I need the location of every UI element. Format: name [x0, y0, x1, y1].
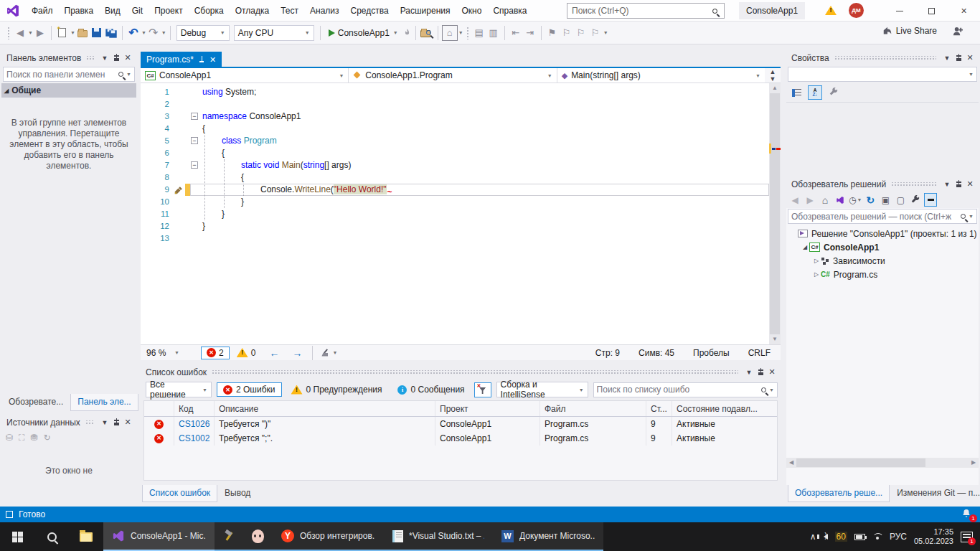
menu-item-12[interactable]: Справка	[487, 6, 532, 16]
wrench-icon[interactable]	[826, 85, 841, 100]
scroll-right-icon[interactable]: ▶	[969, 458, 979, 468]
user-avatar[interactable]: ДМ	[849, 3, 864, 18]
pin-icon[interactable]	[755, 367, 766, 378]
taskbar-search-button[interactable]	[34, 522, 69, 551]
comment-out-icon[interactable]: ▤	[472, 25, 486, 41]
column-header-5[interactable]: Состояние подавл...	[672, 401, 777, 416]
navigate-back-icon[interactable]: ◀	[13, 25, 27, 41]
taskbar-word[interactable]: WДокумент Microso...	[493, 522, 603, 551]
code-line-9[interactable]: 9Console.WriteLine("Hello World!"~	[141, 184, 769, 196]
solution-explorer-header[interactable]: Обозреватель решений ▼ ✕	[786, 176, 979, 192]
tree-expander[interactable]: ▷	[812, 258, 821, 264]
error-row-0[interactable]: CS1026Требуется ")"ConsoleApp1Program.cs…	[144, 417, 777, 431]
close-icon[interactable]: ✕	[122, 52, 133, 64]
increase-indent-icon[interactable]: ⇥	[523, 25, 537, 41]
refresh-icon[interactable]: ↻	[44, 433, 51, 443]
messages-filter-button[interactable]: 0 Сообщения	[391, 382, 471, 397]
code-line-1[interactable]: 1using System;	[141, 86, 769, 98]
zoom-dropdown[interactable]: 96 %▼	[143, 346, 183, 360]
tree-expander[interactable]: ▷	[812, 271, 821, 278]
menu-item-3[interactable]: Git	[126, 6, 149, 16]
code-cleanup-button[interactable]: ▼	[316, 349, 337, 357]
properties-object-dropdown[interactable]: ▼	[788, 67, 977, 82]
scroll-up-icon[interactable]: ▲	[769, 83, 781, 93]
code-line-10[interactable]: 10}	[141, 196, 769, 208]
error-code[interactable]: CS1002	[174, 431, 215, 446]
project-dropdown[interactable]: C# ConsoleApp1▼	[141, 68, 349, 83]
outline-margin[interactable]: −	[190, 159, 199, 171]
toolbar-grip[interactable]	[466, 27, 469, 39]
taskbar-clock[interactable]: 17:35 05.02.2023	[914, 527, 953, 546]
window-position-menu-icon[interactable]: ▼	[743, 367, 755, 378]
collapse-icon[interactable]: −	[191, 137, 198, 144]
switch-views-icon[interactable]	[834, 193, 847, 207]
code-line-8[interactable]: 8{	[141, 171, 769, 184]
tool-tab-1[interactable]: Панель эле...	[70, 394, 138, 411]
toolbox-header[interactable]: Панель элементов ▼ ✕	[1, 50, 136, 65]
volume-icon[interactable]	[824, 534, 828, 540]
tray-expand-icon[interactable]: ∧	[810, 532, 816, 542]
errors-filter-button[interactable]: 2 Ошибки	[217, 382, 282, 397]
pin-icon[interactable]	[953, 179, 964, 190]
taskbar-isaac-app[interactable]	[243, 522, 273, 551]
code-line-12[interactable]: 12}	[141, 220, 769, 232]
error-list-search-input[interactable]: Поиск по списку ошибо ▼	[593, 382, 778, 397]
scroll-down-icon[interactable]: ▼	[769, 334, 781, 344]
menu-item-2[interactable]: Вид	[99, 6, 126, 16]
close-icon[interactable]: ✕	[209, 55, 216, 65]
data-sources-header[interactable]: Источники данных ▼ ✕	[1, 415, 136, 430]
status-spaces[interactable]: Пробелы	[693, 348, 730, 358]
code-line-5[interactable]: 5−class Program	[141, 135, 769, 147]
clear-filters-button[interactable]	[474, 382, 491, 397]
menu-item-1[interactable]: Правка	[59, 6, 100, 16]
type-dropdown[interactable]: ConsoleApp1.Program▼	[349, 68, 557, 83]
back-icon[interactable]: ◀	[788, 193, 801, 207]
navigate-backward-icon[interactable]: ←	[263, 347, 286, 359]
error-row-1[interactable]: CS1002Требуется ";".ConsoleApp1Program.c…	[144, 431, 777, 446]
document-tab-programcs[interactable]: Program.cs* ✕	[141, 52, 222, 67]
start-debugging-button[interactable]: ConsoleApp1▼	[324, 25, 402, 41]
feedback-person-icon[interactable]	[952, 26, 963, 37]
code-line-2[interactable]: 2	[141, 98, 769, 110]
code-line-3[interactable]: 3−namespace ConsoleApp1	[141, 110, 769, 123]
start-button[interactable]	[0, 522, 34, 551]
column-header-0[interactable]: Код	[174, 401, 215, 416]
tree-item-1[interactable]: ◢C#ConsoleApp1	[786, 240, 979, 254]
column-icon[interactable]	[144, 401, 174, 416]
split-window-icon[interactable]: ▲▼	[765, 68, 781, 83]
taskbar-visual-studio[interactable]: ConsoleApp1 - Mic...	[103, 522, 215, 551]
properties-pages-icon[interactable]: ▢	[894, 193, 907, 207]
tool-tab-1[interactable]: Вывод	[217, 485, 258, 502]
live-share-button[interactable]: Live Share	[882, 26, 937, 36]
menu-item-0[interactable]: Файл	[26, 6, 59, 16]
close-button[interactable]: ×	[948, 0, 980, 22]
navigate-forward-icon[interactable]: ▶	[33, 25, 47, 41]
navigate-forward-icon[interactable]: →	[286, 347, 308, 359]
window-position-menu-icon[interactable]: ▼	[99, 417, 110, 428]
code-line-4[interactable]: 4{	[141, 123, 769, 135]
wifi-icon[interactable]	[872, 533, 882, 540]
outline-margin[interactable]: −	[190, 135, 199, 147]
pin-icon[interactable]	[110, 417, 122, 428]
add-data-source-icon[interactable]: ⛁	[6, 433, 13, 443]
editor-errors-indicator[interactable]: 2	[201, 347, 230, 359]
scrollbar-thumb[interactable]	[796, 458, 925, 467]
window-position-menu-icon[interactable]: ▼	[941, 52, 953, 64]
forward-icon[interactable]: ▶	[804, 193, 816, 207]
file-explorer-button[interactable]	[69, 522, 103, 551]
notifications-bell[interactable]: 1	[961, 509, 974, 520]
menu-item-6[interactable]: Отладка	[230, 6, 275, 16]
configure-data-source-icon[interactable]: ⛃	[30, 433, 37, 443]
alphabetical-sort-icon[interactable]: AZ↓	[808, 85, 822, 100]
outline-margin[interactable]: −	[190, 110, 199, 123]
menu-item-5[interactable]: Сборка	[189, 6, 230, 16]
pin-icon[interactable]	[953, 52, 964, 64]
taskbar-yandex-browser[interactable]: YОбзор интегриров...	[273, 522, 384, 551]
find-in-files-icon[interactable]	[420, 25, 434, 41]
close-icon[interactable]: ✕	[964, 52, 976, 64]
column-header-1[interactable]: Описание	[215, 401, 435, 416]
refresh-icon[interactable]: ↻	[864, 193, 877, 207]
next-bookmark-icon[interactable]: ⚐	[574, 25, 588, 41]
collapse-icon[interactable]: −	[191, 161, 198, 169]
properties-header[interactable]: Свойства ▼ ✕	[786, 50, 979, 65]
